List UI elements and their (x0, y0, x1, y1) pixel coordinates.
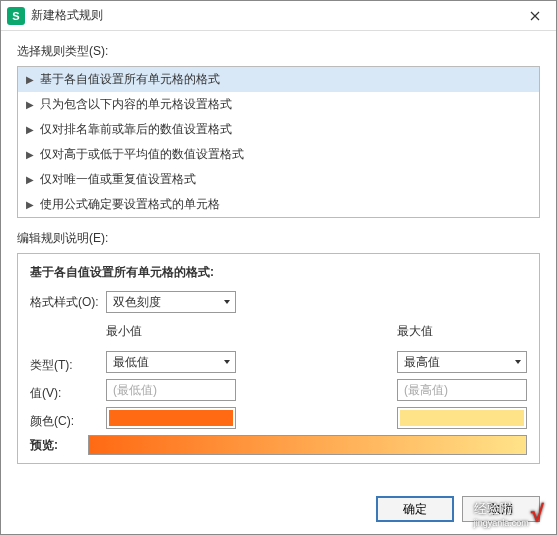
column-spacer (236, 323, 397, 435)
min-type-value: 最低值 (113, 354, 149, 371)
cancel-button[interactable]: 取消 (462, 496, 540, 522)
type-row-label: 类型(T): (30, 351, 106, 379)
format-style-row: 格式样式(O): 双色刻度 (30, 291, 527, 313)
max-value-column: 最大值 最高值 (最高值) (397, 323, 527, 435)
format-style-select[interactable]: 双色刻度 (106, 291, 236, 313)
triangle-right-icon: ▶ (26, 199, 34, 210)
ok-button-label: 确定 (403, 501, 427, 518)
value-row-label: 值(V): (30, 379, 106, 407)
dialog-body: 选择规则类型(S): ▶ 基于各自值设置所有单元格的格式 ▶ 只为包含以下内容的… (1, 31, 556, 476)
preview-row: 预览: (30, 435, 527, 455)
preview-label: 预览: (30, 437, 88, 454)
app-icon-letter: S (12, 10, 19, 22)
min-value-placeholder: (最低值) (113, 382, 157, 399)
triangle-right-icon: ▶ (26, 174, 34, 185)
max-value-input[interactable]: (最高值) (397, 379, 527, 401)
chevron-down-icon (514, 355, 522, 369)
format-style-value: 双色刻度 (113, 294, 161, 311)
min-value-column: 最小值 最低值 (最低值) (106, 323, 236, 435)
max-color-select[interactable] (397, 407, 527, 429)
triangle-right-icon: ▶ (26, 149, 34, 160)
min-type-select[interactable]: 最低值 (106, 351, 236, 373)
max-type-select[interactable]: 最高值 (397, 351, 527, 373)
titlebar: S 新建格式规则 (1, 1, 556, 31)
window-title: 新建格式规则 (31, 7, 103, 24)
ok-button[interactable]: 确定 (376, 496, 454, 522)
edit-rule-panel: 基于各自值设置所有单元格的格式: 格式样式(O): 双色刻度 类型(T): 值(… (17, 253, 540, 464)
app-icon: S (7, 7, 25, 25)
min-value-input[interactable]: (最低值) (106, 379, 236, 401)
rule-type-item-label: 仅对唯一值或重复值设置格式 (40, 171, 196, 188)
chevron-down-icon (223, 355, 231, 369)
triangle-right-icon: ▶ (26, 99, 34, 110)
rule-type-item[interactable]: ▶ 仅对排名靠前或靠后的数值设置格式 (18, 117, 539, 142)
max-value-placeholder: (最高值) (404, 382, 448, 399)
max-type-value: 最高值 (404, 354, 440, 371)
rule-type-list: ▶ 基于各自值设置所有单元格的格式 ▶ 只为包含以下内容的单元格设置格式 ▶ 仅… (17, 66, 540, 218)
row-labels-column: 类型(T): 值(V): 颜色(C): (30, 323, 106, 435)
dialog-window: S 新建格式规则 选择规则类型(S): ▶ 基于各自值设置所有单元格的格式 ▶ … (0, 0, 557, 535)
rule-type-item-label: 基于各自值设置所有单元格的格式 (40, 71, 220, 88)
triangle-right-icon: ▶ (26, 124, 34, 135)
rule-type-item-label: 使用公式确定要设置格式的单元格 (40, 196, 220, 213)
max-header: 最大值 (397, 323, 527, 345)
format-style-label: 格式样式(O): (30, 294, 106, 311)
rule-type-item-label: 仅对高于或低于平均值的数值设置格式 (40, 146, 244, 163)
rule-type-item[interactable]: ▶ 仅对高于或低于平均值的数值设置格式 (18, 142, 539, 167)
min-color-swatch (109, 410, 233, 426)
triangle-right-icon: ▶ (26, 74, 34, 85)
edit-rule-desc-label: 编辑规则说明(E): (17, 230, 540, 247)
rule-type-item[interactable]: ▶ 基于各自值设置所有单元格的格式 (18, 67, 539, 92)
rule-type-item[interactable]: ▶ 仅对唯一值或重复值设置格式 (18, 167, 539, 192)
close-button[interactable] (514, 1, 556, 31)
max-color-swatch (400, 410, 524, 426)
select-rule-type-label: 选择规则类型(S): (17, 43, 540, 60)
min-color-select[interactable] (106, 407, 236, 429)
cancel-button-label: 取消 (489, 501, 513, 518)
preview-gradient (88, 435, 527, 455)
rule-type-item-label: 只为包含以下内容的单元格设置格式 (40, 96, 232, 113)
min-header: 最小值 (106, 323, 236, 345)
chevron-down-icon (223, 295, 231, 309)
rule-type-item-label: 仅对排名靠前或靠后的数值设置格式 (40, 121, 232, 138)
value-columns: 类型(T): 值(V): 颜色(C): 最小值 最低值 (最低值) (30, 323, 527, 435)
rule-type-item[interactable]: ▶ 只为包含以下内容的单元格设置格式 (18, 92, 539, 117)
close-icon (530, 11, 540, 21)
rule-type-item[interactable]: ▶ 使用公式确定要设置格式的单元格 (18, 192, 539, 217)
dialog-footer: 确定 取消 (376, 496, 540, 522)
panel-title: 基于各自值设置所有单元格的格式: (30, 264, 527, 281)
color-row-label: 颜色(C): (30, 407, 106, 435)
